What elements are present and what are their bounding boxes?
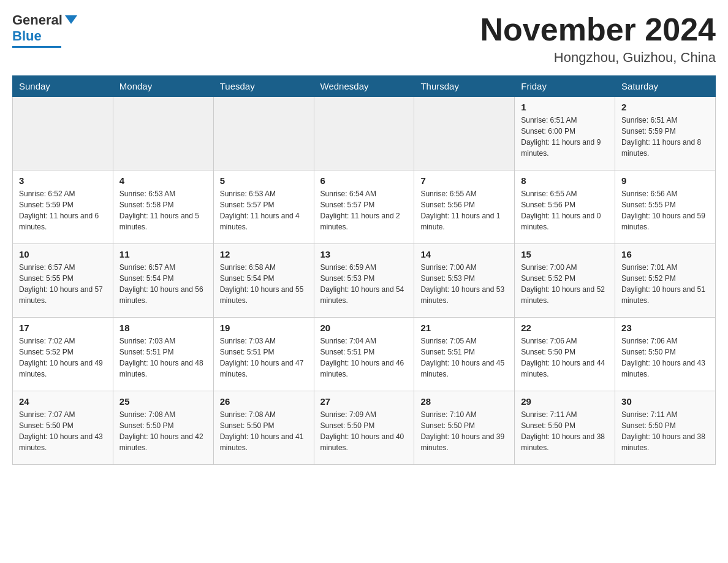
calendar-cell (414, 97, 515, 170)
calendar-cell: 16Sunrise: 7:01 AM Sunset: 5:52 PM Dayli… (615, 244, 716, 318)
title-block: November 2024 Hongzhou, Guizhou, China (480, 12, 716, 66)
header-day-monday: Monday (113, 76, 213, 97)
day-number: 1 (521, 102, 609, 112)
day-info: Sunrise: 6:54 AM Sunset: 5:57 PM Dayligh… (320, 188, 408, 232)
day-number: 4 (119, 175, 207, 186)
month-title: November 2024 (480, 12, 716, 47)
day-info: Sunrise: 7:06 AM Sunset: 5:50 PM Dayligh… (521, 335, 609, 380)
calendar-cell: 7Sunrise: 6:55 AM Sunset: 5:56 PM Daylig… (414, 170, 515, 244)
day-number: 24 (19, 396, 107, 407)
day-info: Sunrise: 7:00 AM Sunset: 5:53 PM Dayligh… (420, 262, 508, 306)
day-number: 26 (220, 396, 308, 407)
day-number: 13 (320, 249, 408, 259)
calendar-cell: 23Sunrise: 7:06 AM Sunset: 5:50 PM Dayli… (615, 318, 716, 391)
day-info: Sunrise: 6:57 AM Sunset: 5:55 PM Dayligh… (19, 262, 107, 306)
calendar-table: SundayMondayTuesdayWednesdayThursdayFrid… (12, 75, 716, 465)
calendar-cell: 13Sunrise: 6:59 AM Sunset: 5:53 PM Dayli… (314, 244, 414, 318)
day-info: Sunrise: 6:51 AM Sunset: 5:59 PM Dayligh… (621, 115, 709, 159)
day-number: 20 (320, 323, 408, 333)
header-day-tuesday: Tuesday (213, 76, 314, 97)
calendar-cell: 26Sunrise: 7:08 AM Sunset: 5:50 PM Dayli… (213, 391, 314, 465)
calendar-cell: 5Sunrise: 6:53 AM Sunset: 5:57 PM Daylig… (213, 170, 314, 244)
day-number: 16 (621, 249, 709, 259)
calendar-cell (113, 97, 213, 170)
day-info: Sunrise: 7:08 AM Sunset: 5:50 PM Dayligh… (220, 409, 308, 453)
day-number: 10 (19, 249, 107, 259)
day-number: 27 (320, 396, 408, 407)
day-number: 30 (621, 396, 709, 407)
calendar-cell: 21Sunrise: 7:05 AM Sunset: 5:51 PM Dayli… (414, 318, 515, 391)
day-number: 25 (119, 396, 207, 407)
day-info: Sunrise: 7:05 AM Sunset: 5:51 PM Dayligh… (420, 335, 508, 380)
calendar-cell: 14Sunrise: 7:00 AM Sunset: 5:53 PM Dayli… (414, 244, 515, 318)
calendar-cell: 3Sunrise: 6:52 AM Sunset: 5:59 PM Daylig… (13, 170, 113, 244)
calendar-cell: 19Sunrise: 7:03 AM Sunset: 5:51 PM Dayli… (213, 318, 314, 391)
calendar-week-5: 24Sunrise: 7:07 AM Sunset: 5:50 PM Dayli… (13, 391, 716, 465)
day-info: Sunrise: 7:03 AM Sunset: 5:51 PM Dayligh… (119, 335, 207, 380)
header-row: SundayMondayTuesdayWednesdayThursdayFrid… (13, 76, 716, 97)
calendar-cell: 10Sunrise: 6:57 AM Sunset: 5:55 PM Dayli… (13, 244, 113, 318)
calendar-cell: 1Sunrise: 6:51 AM Sunset: 6:00 PM Daylig… (515, 97, 615, 170)
day-info: Sunrise: 7:09 AM Sunset: 5:50 PM Dayligh… (320, 409, 408, 453)
calendar-body: 1Sunrise: 6:51 AM Sunset: 6:00 PM Daylig… (13, 97, 716, 465)
calendar-cell (213, 97, 314, 170)
day-info: Sunrise: 7:10 AM Sunset: 5:50 PM Dayligh… (420, 409, 508, 453)
day-info: Sunrise: 7:00 AM Sunset: 5:52 PM Dayligh… (521, 262, 609, 306)
calendar-cell: 29Sunrise: 7:11 AM Sunset: 5:50 PM Dayli… (515, 391, 615, 465)
day-info: Sunrise: 6:59 AM Sunset: 5:53 PM Dayligh… (320, 262, 408, 306)
day-number: 2 (621, 102, 709, 112)
day-number: 7 (420, 175, 508, 186)
calendar-week-2: 3Sunrise: 6:52 AM Sunset: 5:59 PM Daylig… (13, 170, 716, 244)
calendar-cell: 25Sunrise: 7:08 AM Sunset: 5:50 PM Dayli… (113, 391, 213, 465)
day-info: Sunrise: 6:52 AM Sunset: 5:59 PM Dayligh… (19, 188, 107, 232)
day-number: 14 (420, 249, 508, 259)
calendar-cell: 8Sunrise: 6:55 AM Sunset: 5:56 PM Daylig… (515, 170, 615, 244)
day-number: 12 (220, 249, 308, 259)
calendar-week-1: 1Sunrise: 6:51 AM Sunset: 6:00 PM Daylig… (13, 97, 716, 170)
day-number: 5 (220, 175, 308, 186)
day-number: 18 (119, 323, 207, 333)
calendar-cell: 12Sunrise: 6:58 AM Sunset: 5:54 PM Dayli… (213, 244, 314, 318)
calendar-cell: 30Sunrise: 7:11 AM Sunset: 5:50 PM Dayli… (615, 391, 716, 465)
calendar-cell: 28Sunrise: 7:10 AM Sunset: 5:50 PM Dayli… (414, 391, 515, 465)
logo-underline (12, 46, 61, 48)
header-day-wednesday: Wednesday (314, 76, 414, 97)
day-info: Sunrise: 7:02 AM Sunset: 5:52 PM Dayligh… (19, 335, 107, 380)
day-info: Sunrise: 7:03 AM Sunset: 5:51 PM Dayligh… (220, 335, 308, 380)
day-info: Sunrise: 7:07 AM Sunset: 5:50 PM Dayligh… (19, 409, 107, 453)
day-number: 8 (521, 175, 609, 186)
day-info: Sunrise: 6:58 AM Sunset: 5:54 PM Dayligh… (220, 262, 308, 306)
day-number: 6 (320, 175, 408, 186)
day-info: Sunrise: 7:06 AM Sunset: 5:50 PM Dayligh… (621, 335, 709, 380)
calendar-cell: 24Sunrise: 7:07 AM Sunset: 5:50 PM Dayli… (13, 391, 113, 465)
day-info: Sunrise: 7:11 AM Sunset: 5:50 PM Dayligh… (521, 409, 609, 453)
header-day-saturday: Saturday (615, 76, 716, 97)
calendar-cell: 20Sunrise: 7:04 AM Sunset: 5:51 PM Dayli… (314, 318, 414, 391)
day-number: 22 (521, 323, 609, 333)
calendar-cell: 9Sunrise: 6:56 AM Sunset: 5:55 PM Daylig… (615, 170, 716, 244)
logo-text: General Blue (12, 12, 77, 45)
day-number: 17 (19, 323, 107, 333)
day-info: Sunrise: 6:53 AM Sunset: 5:57 PM Dayligh… (220, 188, 308, 232)
day-info: Sunrise: 7:08 AM Sunset: 5:50 PM Dayligh… (119, 409, 207, 453)
logo-brand: General (12, 12, 63, 28)
header-day-sunday: Sunday (13, 76, 113, 97)
logo-triangle-icon (65, 15, 77, 24)
calendar-cell: 17Sunrise: 7:02 AM Sunset: 5:52 PM Dayli… (13, 318, 113, 391)
day-number: 28 (420, 396, 508, 407)
day-number: 29 (521, 396, 609, 407)
day-info: Sunrise: 6:55 AM Sunset: 5:56 PM Dayligh… (521, 188, 609, 232)
day-number: 11 (119, 249, 207, 259)
day-info: Sunrise: 6:51 AM Sunset: 6:00 PM Dayligh… (521, 115, 609, 159)
day-number: 23 (621, 323, 709, 333)
logo: General Blue (12, 12, 77, 48)
location: Hongzhou, Guizhou, China (480, 50, 716, 66)
calendar-cell: 11Sunrise: 6:57 AM Sunset: 5:54 PM Dayli… (113, 244, 213, 318)
day-number: 19 (220, 323, 308, 333)
calendar-cell: 2Sunrise: 6:51 AM Sunset: 5:59 PM Daylig… (615, 97, 716, 170)
day-info: Sunrise: 6:56 AM Sunset: 5:55 PM Dayligh… (621, 188, 709, 232)
calendar-cell (314, 97, 414, 170)
day-number: 21 (420, 323, 508, 333)
calendar-cell: 6Sunrise: 6:54 AM Sunset: 5:57 PM Daylig… (314, 170, 414, 244)
day-info: Sunrise: 7:11 AM Sunset: 5:50 PM Dayligh… (621, 409, 709, 453)
